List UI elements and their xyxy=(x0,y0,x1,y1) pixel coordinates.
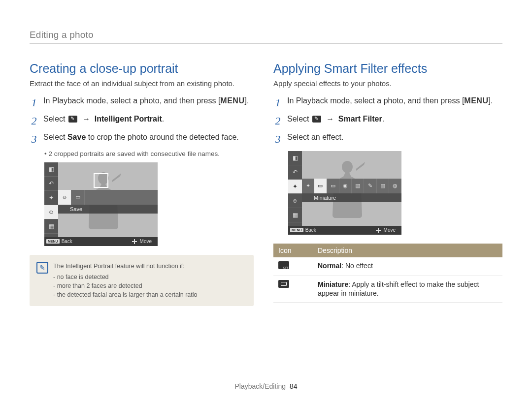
footer-page-number: 84 xyxy=(290,382,298,390)
section-title-right: Applying Smart Filter effects xyxy=(273,62,502,76)
step-body: In Playback mode, select a photo, and th… xyxy=(287,95,502,111)
menu-key: MENU xyxy=(464,96,488,105)
sidebar-icon: ☺ xyxy=(288,194,302,208)
note-item: the detected facial area is larger than … xyxy=(53,290,246,299)
table-header-icon: Icon xyxy=(273,244,313,257)
table-cell-icon xyxy=(273,257,313,276)
save-label: Save xyxy=(67,133,86,141)
sidebar-icon: ↶ xyxy=(288,165,302,180)
table-row: Miniature: Apply a tilt-shift effect to … xyxy=(273,276,502,303)
step-number: 1 xyxy=(30,95,38,111)
step-text: ]. xyxy=(244,96,249,105)
menu-button-icon: MENU xyxy=(290,228,303,232)
step-body: In Playback mode, select a photo, and th… xyxy=(43,95,259,111)
note-list: no face is detected more than 2 faces ar… xyxy=(53,273,246,299)
note-item: no face is detected xyxy=(53,273,246,281)
note-lead: The Intelligent Portrait feature will no… xyxy=(53,262,246,271)
step-body: Select an effect. xyxy=(287,132,502,147)
option-icon: ☺ xyxy=(58,190,71,205)
sub-bullet: 2 cropped portraits are saved with conse… xyxy=(44,150,259,157)
lcd-bottom-bar: MENU Back Move xyxy=(288,226,401,235)
step-text: Select xyxy=(43,115,67,123)
lcd-option-label: Miniature xyxy=(302,193,401,202)
step-2-right: 2 Select → Smart Filter. xyxy=(273,114,502,129)
sidebar-icon: ▦ xyxy=(44,219,58,234)
option-icon-active: ▭ xyxy=(314,179,327,193)
step-text: In Playback mode, select a photo, and th… xyxy=(43,96,220,105)
option-icon: ◍ xyxy=(389,179,401,193)
camera-lcd-portrait: ◧ ↶ ✦ ☺ ▦ ☺ ▭ Save MENU Back xyxy=(44,162,158,246)
effect-name: Miniature xyxy=(318,280,348,288)
sidebar-icon: ◧ xyxy=(288,151,302,165)
lcd-move-label: Move xyxy=(384,227,396,233)
breadcrumb: Editing a photo xyxy=(30,30,502,44)
section-title-left: Creating a close-up portrait xyxy=(30,62,259,76)
table-cell-desc: Normal: No effect xyxy=(313,257,502,276)
step-2-left: 2 Select → Intelligent Portrait. xyxy=(30,114,259,129)
effect-table: Icon Description Normal: No effect xyxy=(273,244,502,303)
step-3-right: 3 Select an effect. xyxy=(273,132,502,147)
lcd-option-strip: ✦ ▭ ▭ ◉ ▧ ✎ ▤ ◍ xyxy=(302,179,401,193)
step-number: 2 xyxy=(273,114,282,129)
step-body: Select → Smart Filter. xyxy=(287,114,502,129)
step-body: Select → Intelligent Portrait. xyxy=(43,114,259,129)
lcd-label-text: Miniature xyxy=(314,195,336,201)
edit-icon xyxy=(68,116,77,123)
step-text: In Playback mode, select a photo, and th… xyxy=(287,96,464,105)
intro-left: Extract the face of an individual subjec… xyxy=(30,79,259,89)
dpad-icon xyxy=(132,239,137,244)
page-footer: Playback/Editing 84 xyxy=(0,382,532,390)
table-header-description: Description xyxy=(313,244,502,257)
footer-section: Playback/Editing xyxy=(235,382,286,390)
intro-right: Apply special effects to your photos. xyxy=(273,79,502,89)
step-text: . xyxy=(162,115,164,123)
step-text: to crop the photo around the detected fa… xyxy=(86,133,238,141)
arrow-icon: → xyxy=(80,115,93,123)
lcd-option-label: Save xyxy=(58,205,158,214)
step-number: 1 xyxy=(273,95,282,111)
menu-button-icon: MENU xyxy=(46,239,60,244)
sidebar-icon-active: ☺ xyxy=(44,205,58,219)
sidebar-icon: ✦ xyxy=(44,191,58,205)
step-text: ]. xyxy=(488,96,493,105)
sidebar-icon: ↶ xyxy=(44,177,58,191)
lcd-option-strip: ☺ ▭ xyxy=(58,190,158,205)
note-icon: ✎ xyxy=(36,262,48,274)
table-row: Normal: No effect xyxy=(273,257,502,276)
manual-page: Editing a photo Creating a close-up port… xyxy=(0,0,532,401)
two-column-layout: Creating a close-up portrait Extract the… xyxy=(30,53,502,306)
option-icon: ▭ xyxy=(71,190,85,205)
option-icon: ▭ xyxy=(327,179,339,193)
camera-lcd-filter: ◧ ↶ ✦ ☺ ▦ ✦ ▭ ▭ ◉ ▧ ✎ ▤ ◍ Miniatur xyxy=(288,151,401,235)
effect-miniature-icon xyxy=(278,280,289,288)
right-column: Applying Smart Filter effects Apply spec… xyxy=(273,53,502,306)
left-column: Creating a close-up portrait Extract the… xyxy=(30,53,259,306)
menu-path-target: Smart Filter xyxy=(338,115,382,123)
lcd-sidebar: ◧ ↶ ✦ ☺ ▦ xyxy=(44,162,58,246)
effect-desc: : No effect xyxy=(341,262,373,270)
lcd-label-text: Save xyxy=(70,206,82,212)
step-text: . xyxy=(382,115,384,123)
note-box: ✎ The Intelligent Portrait feature will … xyxy=(30,255,254,307)
step-text: Select xyxy=(287,115,311,123)
menu-key: MENU xyxy=(220,96,244,105)
lcd-back-label: Back xyxy=(62,239,72,244)
face-detect-box xyxy=(94,173,108,188)
table-cell-desc: Miniature: Apply a tilt-shift effect to … xyxy=(313,276,502,303)
option-icon: ✦ xyxy=(302,179,314,193)
step-number: 3 xyxy=(30,132,38,147)
option-icon: ◉ xyxy=(339,179,352,193)
step-body: Select Save to crop the photo around the… xyxy=(43,132,259,147)
sidebar-icon: ◧ xyxy=(44,162,58,177)
lcd-sidebar: ◧ ↶ ✦ ☺ ▦ xyxy=(288,151,302,235)
option-icon: ✎ xyxy=(364,179,376,193)
table-cell-icon xyxy=(273,276,313,303)
lcd-back-label: Back xyxy=(305,227,316,233)
sidebar-icon-active: ✦ xyxy=(288,180,302,194)
effect-name: Normal xyxy=(318,262,341,270)
sidebar-icon: ▦ xyxy=(288,208,302,222)
option-icon: ▧ xyxy=(352,179,364,193)
step-text: Select xyxy=(43,133,67,141)
step-number: 2 xyxy=(30,114,38,129)
step-number: 3 xyxy=(273,132,282,147)
